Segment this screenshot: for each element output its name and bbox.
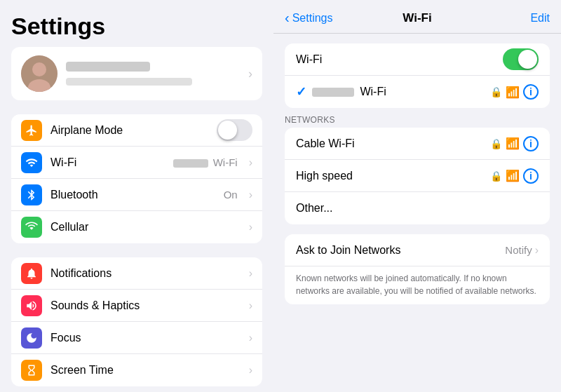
ask-join-row[interactable]: Ask to Join Networks Notify › xyxy=(285,234,550,266)
wifi-row[interactable]: Wi-Fi Wi-Fi › xyxy=(11,147,262,179)
toggle-on-knob xyxy=(518,50,537,69)
network-name-other: Other... xyxy=(296,202,539,215)
network-name-cable: Cable Wi-Fi xyxy=(296,137,485,150)
wifi-connected-row[interactable]: ✓ Wi-Fi 🔒 📶 i xyxy=(285,76,550,108)
wifi-toggle-card: Wi-Fi ✓ Wi-Fi 🔒 📶 i xyxy=(285,43,550,108)
wifi-label: Wi-Fi xyxy=(50,156,165,169)
connectivity-group: Airplane Mode Wi-Fi Wi-Fi › xyxy=(11,114,262,243)
checkmark-icon: ✓ xyxy=(296,84,306,100)
highspeed-info-button[interactable]: i xyxy=(523,168,539,184)
moon-icon xyxy=(25,332,38,344)
bluetooth-icon-box xyxy=(21,184,42,205)
bell-icon xyxy=(25,267,38,280)
wifi-icon-highspeed: 📶 xyxy=(506,169,520,182)
bluetooth-row[interactable]: Bluetooth On › xyxy=(11,179,262,211)
network-row-highspeed[interactable]: High speed 🔒 📶 i xyxy=(285,160,550,192)
screentime-chevron-icon: › xyxy=(249,364,252,377)
focus-icon-box xyxy=(21,327,42,349)
wifi-settings-header: ‹ Settings Wi-Fi Edit xyxy=(273,0,561,34)
network-name-highspeed: High speed xyxy=(296,170,485,182)
airplane-mode-toggle[interactable] xyxy=(217,119,252,141)
connected-network-name: Wi-Fi xyxy=(312,86,485,98)
screentime-label: Screen Time xyxy=(50,364,241,377)
screentime-row[interactable]: Screen Time › xyxy=(11,354,262,386)
highspeed-network-icons: 🔒 📶 i xyxy=(490,168,539,184)
back-chevron-icon: ‹ xyxy=(285,10,290,26)
back-label: Settings xyxy=(292,12,333,25)
network-blur xyxy=(312,88,354,97)
wifi-strength-icon: 📶 xyxy=(506,86,520,99)
cellular-icon-box xyxy=(21,217,42,238)
focus-chevron-icon: › xyxy=(249,332,252,344)
notifications-icon-box xyxy=(21,263,42,284)
notifications-chevron-icon: › xyxy=(249,267,252,280)
speaker-icon xyxy=(25,299,38,312)
profile-info xyxy=(66,62,240,86)
left-panel: Settings › Airplane Mode xyxy=(0,0,273,392)
network-row-other[interactable]: Other... xyxy=(285,192,550,224)
sounds-label: Sounds & Haptics xyxy=(50,299,241,312)
airplane-mode-label: Airplane Mode xyxy=(50,124,208,137)
ask-join-card: Ask to Join Networks Notify › Known netw… xyxy=(285,234,550,304)
ask-join-chevron-icon: › xyxy=(535,244,539,257)
back-button[interactable]: ‹ Settings xyxy=(285,10,332,26)
avatar xyxy=(21,55,58,92)
cellular-chevron-icon: › xyxy=(249,221,252,234)
screentime-icon-box xyxy=(21,360,42,381)
airplane-mode-icon-box xyxy=(21,120,42,141)
wifi-icon-cable: 📶 xyxy=(506,137,520,150)
lock-icon: 🔒 xyxy=(490,86,502,97)
hourglass-icon xyxy=(25,364,38,377)
networks-section-header: NETWORKS xyxy=(273,108,561,128)
bluetooth-chevron-icon: › xyxy=(249,189,252,201)
wifi-icon xyxy=(25,156,38,169)
ask-join-description: Known networks will be joined automatica… xyxy=(285,266,550,304)
ask-join-label: Ask to Join Networks xyxy=(296,244,505,257)
bluetooth-label: Bluetooth xyxy=(50,189,215,201)
network-row-cable[interactable]: Cable Wi-Fi 🔒 📶 i xyxy=(285,128,550,160)
network-icons: 🔒 📶 i xyxy=(490,84,539,100)
sounds-icon-box xyxy=(21,295,42,316)
settings-title: Settings xyxy=(0,0,273,47)
cellular-label: Cellular xyxy=(50,221,241,234)
airplane-icon xyxy=(25,124,38,137)
bluetooth-value: On xyxy=(224,189,238,201)
cellular-icon xyxy=(25,221,38,234)
profile-row[interactable]: › xyxy=(11,47,262,100)
networks-card: Cable Wi-Fi 🔒 📶 i High speed 🔒 📶 i Other… xyxy=(285,128,550,224)
airplane-mode-row[interactable]: Airplane Mode xyxy=(11,114,262,147)
wifi-icon-box xyxy=(21,152,42,173)
notifications-row[interactable]: Notifications › xyxy=(11,257,262,290)
cable-info-button[interactable]: i xyxy=(523,136,539,151)
info-button[interactable]: i xyxy=(523,84,539,100)
lock-icon-cable: 🔒 xyxy=(490,138,502,149)
page-title: Wi-Fi xyxy=(403,11,431,25)
profile-chevron-icon: › xyxy=(248,67,252,81)
right-panel: ‹ Settings Wi-Fi Edit Wi-Fi ✓ Wi-Fi 🔒 📶 … xyxy=(273,0,561,392)
cable-network-icons: 🔒 📶 i xyxy=(490,136,539,151)
profile-subtitle xyxy=(66,78,192,86)
wifi-chevron-icon: › xyxy=(249,156,252,169)
bluetooth-icon xyxy=(25,189,38,201)
notifications-label: Notifications xyxy=(50,267,241,280)
lock-icon-highspeed: 🔒 xyxy=(490,170,502,182)
edit-button[interactable]: Edit xyxy=(530,12,550,25)
profile-name xyxy=(66,62,150,72)
wifi-main-row: Wi-Fi xyxy=(285,43,550,76)
wifi-main-label: Wi-Fi xyxy=(296,53,503,66)
ask-join-value: Notify xyxy=(505,244,532,256)
focus-row[interactable]: Focus › xyxy=(11,322,262,354)
wifi-toggle[interactable] xyxy=(503,48,539,70)
preferences-group: Notifications › Sounds & Haptics › Focus… xyxy=(11,257,262,386)
toggle-knob xyxy=(218,121,237,140)
wifi-value: Wi-Fi xyxy=(173,156,238,168)
cellular-row[interactable]: Cellular › xyxy=(11,211,262,243)
sounds-row[interactable]: Sounds & Haptics › xyxy=(11,290,262,322)
svg-point-1 xyxy=(32,62,46,76)
sounds-chevron-icon: › xyxy=(249,299,252,312)
focus-label: Focus xyxy=(50,332,241,344)
